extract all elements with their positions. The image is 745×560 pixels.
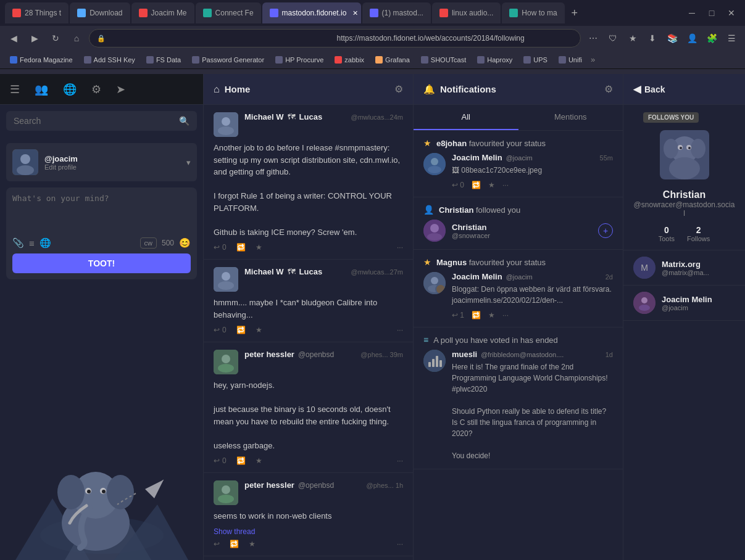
favourite-button[interactable]: ★ (256, 243, 262, 252)
boost-button[interactable]: 🔁 (230, 540, 239, 548)
boost-button[interactable]: 🔁 (236, 456, 246, 465)
more-button[interactable]: ··· (397, 456, 403, 465)
following-item[interactable]: Joacim Melin @joacim (623, 286, 745, 321)
notif-actor-name[interactable]: Christian (439, 205, 473, 215)
minimize-button[interactable]: ─ (683, 4, 701, 22)
nav-menu-button[interactable]: ☰ (723, 30, 740, 47)
globe-compose-icon[interactable]: 🌐 (40, 237, 51, 249)
notif-fav-button[interactable]: ★ (488, 311, 495, 319)
bookmarks-more-icon[interactable]: » (588, 55, 597, 64)
cw-button[interactable]: cw (140, 237, 157, 249)
bookmark-haproxy[interactable]: Haproxy (472, 55, 517, 65)
following-item[interactable]: M Matrix.org @matrix@ma... (623, 250, 745, 286)
nav-bar: ◀ ▶ ↻ ⌂ 🔒 https://mastodon.fidonet.io/we… (0, 26, 745, 51)
tab-download[interactable]: Download (70, 2, 130, 23)
more-button[interactable]: ··· (397, 540, 403, 548)
notif-actor-name[interactable]: e8johan (436, 139, 467, 148)
bookmark-ups[interactable]: UPS (518, 55, 552, 65)
show-thread-link[interactable]: Show thread (214, 527, 403, 536)
nav-shield-button[interactable]: 🛡 (604, 30, 622, 47)
toot-button[interactable]: TOOT! (12, 253, 191, 273)
reply-button[interactable]: ↩ 0 (214, 243, 227, 252)
reply-button[interactable]: ↩ 0 (214, 456, 227, 465)
maximize-button[interactable]: □ (703, 4, 720, 22)
bookmark-grafana[interactable]: Grafana (370, 55, 415, 65)
more-button[interactable]: ··· (397, 243, 403, 252)
bookmark-shoutcast[interactable]: SHOUTcast (416, 55, 471, 65)
star-icon: ★ (423, 257, 431, 267)
window-controls: ─ □ ✕ (683, 4, 740, 22)
boost-button[interactable]: 🔁 (236, 326, 246, 334)
tab-mastodon2[interactable]: (1) mastod... (362, 2, 431, 23)
bookmark-fs[interactable]: FS Data (141, 55, 186, 65)
bookmark-fedora[interactable]: Fedora Magazine (5, 55, 78, 65)
tab-mastodon-active[interactable]: mastodon.fidonet.io ✕ (262, 2, 361, 23)
back-nav-button[interactable]: ◀ (5, 30, 22, 47)
notif-reply-button[interactable]: ↩ 1 (452, 311, 464, 319)
reply-button[interactable]: ↩ 0 (214, 326, 227, 334)
forward-nav-button[interactable]: ▶ (26, 30, 43, 47)
nav-library-button[interactable]: 📚 (664, 30, 681, 47)
nav-download-button[interactable]: ⬇ (644, 30, 661, 47)
notif-boost-button[interactable]: 🔁 (472, 181, 481, 189)
url-bar[interactable]: 🔒 https://mastodon.fidonet.io/web/accoun… (89, 29, 581, 47)
new-tab-button[interactable]: + (566, 4, 583, 22)
reply-button[interactable]: ↩ (214, 540, 220, 548)
attach-icon[interactable]: 📎 (12, 237, 24, 249)
sidebar-compose-icon[interactable]: ➤ (114, 80, 128, 99)
notif-more-button[interactable]: ··· (502, 311, 509, 319)
sidebar-globe-icon[interactable]: 🌐 (60, 80, 79, 99)
reload-button[interactable]: ↻ (47, 30, 64, 47)
nav-bookmark-button[interactable]: ★ (624, 30, 641, 47)
boost-button[interactable]: 🔁 (236, 243, 246, 252)
bookmark-hp[interactable]: HP Procurve (270, 55, 328, 65)
notif-actor-name[interactable]: Magnus (436, 258, 467, 267)
sidebar-settings-icon[interactable]: ⚙ (89, 80, 104, 99)
nav-more-button[interactable]: ⋯ (585, 30, 602, 47)
tab-howto[interactable]: How to ma (502, 2, 564, 23)
notif-more-button[interactable]: ··· (502, 181, 509, 189)
bookmark-password[interactable]: Password Generator (187, 55, 269, 65)
nav-extensions-button[interactable]: 🧩 (703, 30, 720, 47)
more-button[interactable]: ··· (397, 326, 403, 334)
nav-sync-button[interactable]: 👤 (683, 30, 701, 47)
favourite-button[interactable]: ★ (256, 326, 262, 334)
profile-card[interactable]: @joacim Edit profile ▾ (6, 143, 197, 181)
notif-item-favourite2: ★ Magnus favourited your status (414, 250, 623, 327)
tab-linux[interactable]: linux audio... (432, 2, 501, 23)
profile-edit-link[interactable]: Edit profile (44, 163, 180, 171)
tab-28things[interactable]: 28 Things t (5, 2, 69, 23)
tab-connect[interactable]: Connect Fe (196, 2, 261, 23)
tab-mentions[interactable]: Mentions (518, 105, 623, 130)
tab-all[interactable]: All (414, 105, 518, 130)
post-body: hmmm.... maybe I *can* bludgeon Calibre … (214, 297, 403, 321)
close-window-button[interactable]: ✕ (723, 4, 740, 22)
close-tab-icon[interactable]: ✕ (352, 9, 358, 17)
bookmark-zabbix[interactable]: zabbix (330, 55, 369, 65)
favourite-button[interactable]: ★ (256, 456, 262, 465)
compose-textarea[interactable] (12, 194, 191, 231)
notif-reply-button[interactable]: ↩ 0 (452, 181, 464, 189)
list-icon[interactable]: ≡ (29, 238, 35, 249)
notif-filter-icon[interactable]: ⚙ (604, 83, 613, 95)
back-button[interactable]: ◀ Back (633, 83, 665, 95)
bell-icon: 🔔 (423, 84, 435, 95)
search-input[interactable] (14, 116, 174, 126)
notif-boost-button[interactable]: 🔁 (472, 311, 481, 319)
bookmark-ssh[interactable]: Add SSH Key (79, 55, 140, 65)
tab-joacim[interactable]: Joacim Me (131, 2, 194, 23)
emoji-icon[interactable]: 😊 (179, 237, 191, 249)
favourite-button[interactable]: ★ (249, 540, 256, 548)
notif-fav-button[interactable]: ★ (488, 181, 495, 189)
notif-avatar (423, 153, 446, 175)
search-box[interactable]: 🔍 (6, 111, 197, 131)
feed-filter-icon[interactable]: ⚙ (394, 83, 403, 95)
sidebar-people-icon[interactable]: 👥 (32, 80, 51, 99)
follow-back-button[interactable]: + (598, 223, 613, 238)
profile-chevron-icon[interactable]: ▾ (186, 158, 191, 167)
notif-follow-info: Christian @snowracer (452, 223, 592, 239)
sidebar-menu-icon[interactable]: ☰ (7, 80, 22, 99)
home-nav-button[interactable]: ⌂ (68, 30, 85, 47)
feed-title: ⌂ Home (214, 84, 250, 95)
bookmark-unifi[interactable]: Unifi (554, 55, 587, 65)
